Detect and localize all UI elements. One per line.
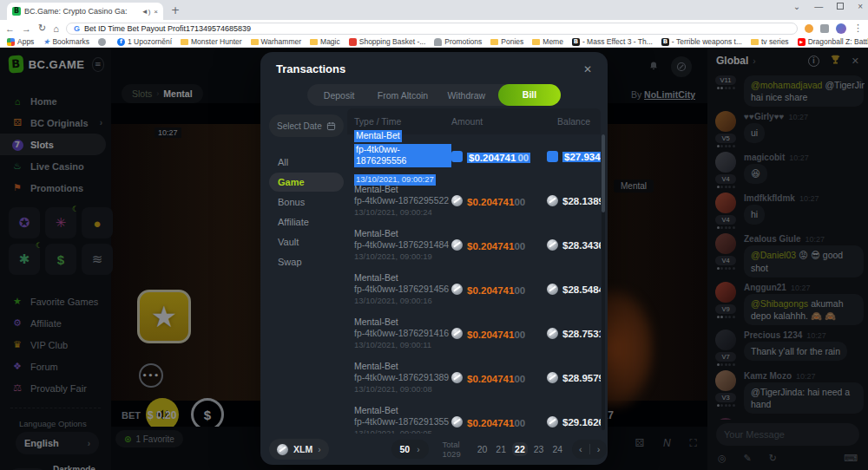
page-number[interactable]: 21 bbox=[493, 442, 509, 456]
scrollbar-thumb[interactable] bbox=[602, 134, 605, 212]
site-favicon-icon: B bbox=[12, 7, 21, 16]
bookmark-item[interactable]: ★Bookmarks bbox=[43, 37, 89, 46]
window-minimize-button[interactable]: — bbox=[814, 2, 823, 11]
filter-game[interactable]: Game bbox=[269, 173, 344, 192]
filter-swap[interactable]: Swap bbox=[269, 252, 344, 271]
folder-icon bbox=[310, 39, 318, 45]
xlm-coin-icon bbox=[451, 195, 463, 206]
xlm-coin-icon bbox=[451, 416, 463, 428]
xlm-coin-icon bbox=[547, 416, 558, 428]
tab-close-icon[interactable]: × bbox=[154, 8, 158, 16]
chevron-right-icon: › bbox=[417, 445, 419, 454]
xlm-coin-icon bbox=[451, 151, 463, 162]
transaction-row-selected[interactable]: Mental-Betfp-4tk0ww-187629555613/10/2021… bbox=[347, 134, 601, 179]
bookmark-item[interactable]: Meme bbox=[532, 37, 563, 46]
bookmark-item[interactable]: Monster Hunter bbox=[181, 37, 242, 46]
prev-page-icon[interactable]: ‹ bbox=[572, 444, 589, 454]
page-number[interactable]: 20 bbox=[475, 442, 490, 456]
bookmark-item[interactable] bbox=[98, 38, 108, 46]
modal-scrollbar[interactable] bbox=[602, 134, 605, 430]
modal-tab-bar: Deposit From Altcoin Withdraw Bill bbox=[307, 84, 561, 106]
bookmark-item[interactable]: Ponies bbox=[490, 37, 523, 46]
transaction-row[interactable]: Mental-Betfp-4tk0ww-187629145613/10/2021… bbox=[347, 267, 601, 311]
transactions-modal: Transactions ✕ Deposit From Altcoin With… bbox=[260, 52, 608, 465]
bookmarks-bar: Apps ★Bookmarks f1 Upozornění Monster Hu… bbox=[0, 36, 868, 48]
filter-bonus[interactable]: Bonus bbox=[269, 193, 344, 212]
bc-game-app: B BC.GAME ≡ ⌂ Home ⚄ BC Originals › 7 Sl… bbox=[0, 48, 868, 470]
b-favicon-icon: B bbox=[661, 38, 669, 46]
youtube-icon: ▶ bbox=[798, 38, 806, 46]
tab-from-altcoin[interactable]: From Altcoin bbox=[371, 90, 434, 101]
page-number-active[interactable]: 22 bbox=[512, 442, 528, 456]
transaction-row[interactable]: Mental-Betfp-4tk0ww-187629135513/10/2021… bbox=[347, 400, 601, 434]
folder-icon bbox=[532, 39, 540, 45]
transaction-row[interactable]: Mental-Betfp-4tk0ww-187629141613/10/2021… bbox=[347, 311, 601, 356]
tab-withdraw[interactable]: Withdraw bbox=[435, 90, 498, 101]
tab-bill[interactable]: Bill bbox=[498, 84, 561, 106]
people-icon bbox=[434, 38, 442, 46]
currency-selector[interactable]: XLM › bbox=[269, 439, 329, 460]
address-bar[interactable]: G Bet ID Time Bet Payout Profit171349574… bbox=[66, 23, 798, 35]
xlm-coin-icon bbox=[547, 195, 558, 206]
browser-chrome: B BC.Game: Crypto Casino Ga: ◄) × + ⌄ — … bbox=[0, 0, 868, 48]
home-icon[interactable]: ⌂ bbox=[53, 23, 59, 34]
forward-icon[interactable]: → bbox=[22, 23, 31, 34]
xlm-coin-icon bbox=[547, 239, 558, 251]
bookmark-item[interactable]: Apps bbox=[7, 37, 34, 46]
xlm-coin-icon bbox=[451, 328, 463, 339]
col-balance: Balance bbox=[547, 116, 601, 127]
xlm-coin-icon bbox=[547, 372, 558, 383]
bookmark-item[interactable]: Warhammer bbox=[251, 37, 301, 46]
folder-icon bbox=[251, 39, 259, 45]
filter-affiliate[interactable]: Affiliate bbox=[269, 212, 344, 232]
extension-icon[interactable] bbox=[805, 24, 813, 33]
page-size-selector[interactable]: 50 › bbox=[391, 440, 429, 459]
col-amount: Amount bbox=[451, 116, 547, 127]
filter-vault[interactable]: Vault bbox=[269, 232, 344, 251]
facebook-icon: f bbox=[117, 38, 125, 46]
folder-icon bbox=[490, 39, 498, 45]
tab-search-icon[interactable]: ⌄ bbox=[793, 2, 800, 11]
tab-deposit[interactable]: Deposit bbox=[307, 90, 371, 101]
bookmark-item[interactable]: Shopping Basket -... bbox=[349, 37, 426, 46]
window-close-button[interactable]: × bbox=[858, 2, 863, 11]
next-page-icon[interactable]: › bbox=[590, 444, 608, 454]
folder-icon bbox=[181, 39, 188, 45]
xlm-coin-icon bbox=[451, 239, 463, 251]
xlm-coin-icon bbox=[547, 284, 558, 295]
window-maximize-button[interactable] bbox=[837, 2, 844, 11]
chrome-menu-icon[interactable]: ⋮ bbox=[853, 23, 863, 34]
new-tab-button[interactable]: + bbox=[168, 4, 182, 18]
filter-all[interactable]: All bbox=[269, 153, 344, 172]
xlm-coin-icon bbox=[547, 151, 558, 162]
profile-avatar[interactable] bbox=[836, 23, 846, 34]
modal-close-icon[interactable]: ✕ bbox=[583, 63, 592, 75]
transaction-row[interactable]: Mental-Betfp-4tk0ww-187629138913/10/2021… bbox=[347, 356, 601, 400]
browser-toolbar: ← → ↻ ⌂ G Bet ID Time Bet Payout Profit1… bbox=[0, 20, 868, 36]
xlm-coin-icon bbox=[547, 328, 558, 339]
modal-title: Transactions bbox=[276, 62, 345, 75]
url-text: Bet ID Time Bet Payout Profit17134957468… bbox=[84, 24, 251, 33]
calendar-icon bbox=[326, 121, 336, 131]
bookmark-item[interactable]: Promotions bbox=[434, 37, 482, 46]
back-icon[interactable]: ← bbox=[5, 23, 15, 34]
bookmark-item[interactable]: tv series bbox=[751, 37, 789, 46]
bookmark-item[interactable]: B- Mass Effect 3 - Th... bbox=[572, 37, 653, 46]
xlm-coin-icon bbox=[451, 372, 463, 383]
browser-tab[interactable]: B BC.Game: Crypto Casino Ga: ◄) × bbox=[7, 3, 163, 20]
bookmark-item[interactable]: Magic bbox=[310, 37, 340, 46]
select-date-button[interactable]: Select Date bbox=[269, 114, 344, 137]
bookmark-item[interactable]: f1 Upozornění bbox=[117, 37, 172, 46]
page-number[interactable]: 24 bbox=[549, 442, 565, 456]
reload-icon[interactable]: ↻ bbox=[38, 23, 46, 34]
tab-title: BC.Game: Crypto Casino Ga: bbox=[24, 7, 138, 16]
transaction-row[interactable]: Mental-Betfp-4tk0ww-187629148413/10/2021… bbox=[347, 223, 601, 267]
extensions-puzzle-icon[interactable] bbox=[820, 24, 829, 33]
transaction-row[interactable]: Mental-Betfp-4tk0ww-187629552213/10/2021… bbox=[347, 179, 601, 223]
bookmark-item[interactable]: B- Terrible weapons t... bbox=[661, 37, 742, 46]
apps-grid-icon bbox=[7, 38, 15, 46]
tab-audio-icon[interactable]: ◄) bbox=[141, 8, 151, 16]
folder-icon bbox=[751, 39, 759, 45]
bookmark-item[interactable]: ▶Dragonball Z: Battle... bbox=[798, 37, 868, 46]
page-number[interactable]: 23 bbox=[531, 442, 547, 456]
